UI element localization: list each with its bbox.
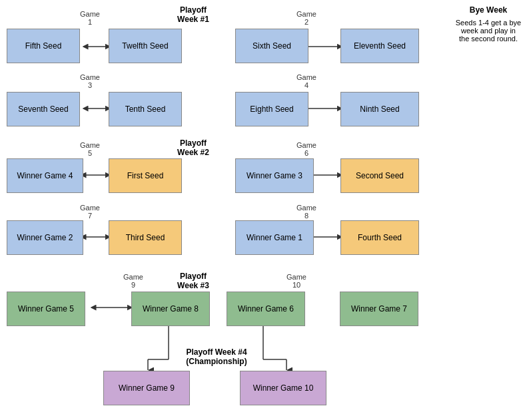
fifth-seed-box: Fifth Seed <box>7 29 80 63</box>
playoff-week2-label: PlayoffWeek #2 <box>167 138 220 157</box>
first-seed-box: First Seed <box>109 158 182 193</box>
game6-label: Game <box>296 141 316 149</box>
svg-text:1: 1 <box>88 18 92 26</box>
bye-week-section: Bye Week Seeds 1-4 get a bye week and pl… <box>455 5 522 43</box>
svg-text:5: 5 <box>88 149 92 157</box>
game1-label: Game <box>80 10 100 18</box>
playoff-week3-label: PlayoffWeek #3 <box>167 272 220 290</box>
game3-label: Game <box>80 73 100 81</box>
playoff-week1-label: PlayoffWeek #1 <box>167 5 220 24</box>
svg-text:9: 9 <box>131 281 135 289</box>
bye-week-title: Bye Week <box>455 5 522 15</box>
game4-label: Game <box>296 73 316 81</box>
winner-game3-box: Winner Game 3 <box>235 158 314 193</box>
sixth-seed-box: Sixth Seed <box>235 29 308 63</box>
winner-game10-box: Winner Game 10 <box>240 371 326 405</box>
eleventh-seed-box: Eleventh Seed <box>340 29 419 63</box>
svg-text:7: 7 <box>88 212 92 220</box>
svg-text:8: 8 <box>304 212 308 220</box>
winner-game2-box: Winner Game 2 <box>7 220 83 255</box>
winner-game9-box: Winner Game 9 <box>103 371 190 405</box>
eighth-seed-box: Eighth Seed <box>235 92 308 126</box>
twelfth-seed-box: Twelfth Seed <box>109 29 182 63</box>
winner-game6-box: Winner Game 6 <box>227 292 305 326</box>
game9-label: Game <box>123 273 143 281</box>
game2-label: Game <box>296 10 316 18</box>
second-seed-box: Second Seed <box>340 158 419 193</box>
tenth-seed-box: Tenth Seed <box>109 92 182 126</box>
winner-game8-box: Winner Game 8 <box>131 292 210 326</box>
bracket-container: Game 1 Game 2 Game 3 Game 4 Game 5 Game … <box>0 0 527 420</box>
ninth-seed-box: Ninth Seed <box>340 92 419 126</box>
svg-text:6: 6 <box>304 149 308 157</box>
winner-game7-box: Winner Game 7 <box>340 292 418 326</box>
winner-game1-box: Winner Game 1 <box>235 220 314 255</box>
playoff-week4-label: Playoff Week #4(Championship) <box>160 347 273 366</box>
svg-text:4: 4 <box>304 81 308 89</box>
bye-week-description: Seeds 1-4 get a bye week and play in the… <box>455 19 522 43</box>
game8-label: Game <box>296 204 316 212</box>
winner-game4-box: Winner Game 4 <box>7 158 83 193</box>
svg-text:2: 2 <box>304 18 308 26</box>
seventh-seed-box: Seventh Seed <box>7 92 80 126</box>
winner-game5-box: Winner Game 5 <box>7 292 85 326</box>
svg-text:3: 3 <box>88 81 92 89</box>
third-seed-box: Third Seed <box>109 220 182 255</box>
game10-label: Game <box>286 273 306 281</box>
svg-text:10: 10 <box>292 281 300 289</box>
fourth-seed-box: Fourth Seed <box>340 220 419 255</box>
game7-label: Game <box>80 204 100 212</box>
game5-label: Game <box>80 141 100 149</box>
